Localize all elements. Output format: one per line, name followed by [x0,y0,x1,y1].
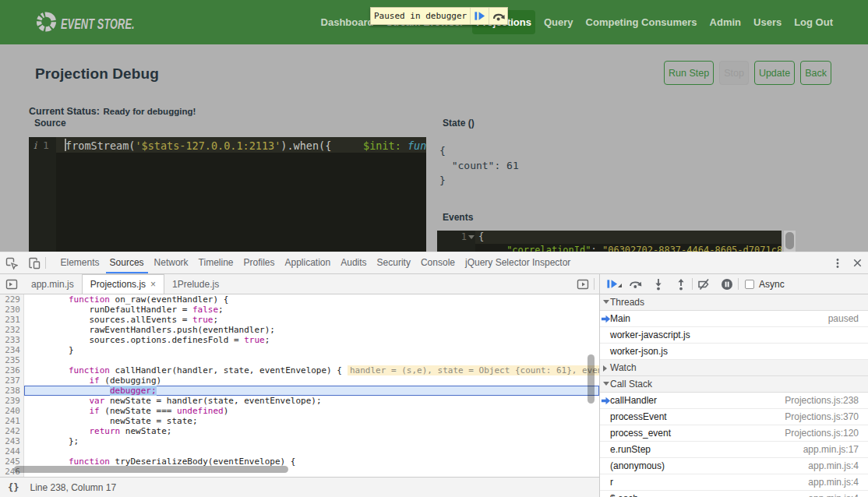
status-label: Current Status: [29,106,100,117]
gutter-line-number[interactable]: 229 [0,294,23,305]
source-code-editor[interactable]: i 1 fromStream('$stats-127.0.0.1:2113').… [29,137,426,252]
gutter-line-number[interactable]: 232 [0,325,23,335]
section-header-threads[interactable]: Threads [600,294,868,311]
events-editor-wrap: 1{ "correlationId": "06302702-8837-4464-… [437,231,796,252]
sidebar-sections: ThreadsMainpausedworker-javascript.jswor… [600,294,868,497]
close-devtools-icon[interactable] [852,257,863,269]
gutter-line-number[interactable]: 230 [0,305,23,315]
code-line: } [24,345,599,355]
step-into-button[interactable] [647,278,669,291]
sidebar-row-process-event[interactable]: process_eventProjections.js:120 [600,425,868,442]
devtools-tab-sources[interactable]: Sources [106,252,148,273]
nav-item-admin[interactable]: Admin [704,10,747,34]
file-tab-1prelude.js[interactable]: 1Prelude.js [164,274,227,294]
events-editor[interactable]: 1{ "correlationId": "06302702-8837-4464-… [437,231,782,252]
devtools-tab-audits[interactable]: Audits [337,252,370,273]
devtools-tab-timeline[interactable]: Timeline [195,252,238,273]
gutter-line-number[interactable]: 242 [0,426,23,436]
sidebar-row--anonymous-[interactable]: (anonymous)app.min.js:4 [600,458,868,474]
gutter-line-number[interactable]: 234 [0,345,23,355]
gutter-line-number[interactable]: 236 [0,365,23,375]
code-line: rawEventHandlers.push(eventHandler); [24,325,599,335]
devtools-status-bar: {} Line 238, Column 17 [0,477,599,497]
row-label: Main [610,313,630,324]
devtools-code-editor[interactable]: 2292302312322332342352362372382392402412… [0,294,599,477]
back-button[interactable]: Back [800,61,831,85]
inspect-element-button[interactable] [0,252,23,273]
horizontal-scrollbar-thumb[interactable] [14,466,288,473]
device-toolbar-icon [28,257,41,270]
sidebar-row--each[interactable]: $.eachapp.min.js:4 [600,491,868,497]
section-header-call-stack[interactable]: Call Stack [600,376,868,393]
nav-item-users[interactable]: Users [747,10,788,34]
nav-item-log-out[interactable]: Log Out [788,10,839,34]
vertical-scrollbar-thumb[interactable] [587,354,595,404]
gutter-line-number[interactable]: 240 [0,406,23,416]
devtools-tab-application[interactable]: Application [281,252,335,273]
toggle-debugger-sidebar-button[interactable] [572,274,594,294]
gutter-line-number[interactable]: 244 [0,446,23,456]
update-button[interactable]: Update [754,61,795,85]
gutter-line-number[interactable]: 241 [0,416,23,426]
step-out-button[interactable] [669,278,692,291]
async-checkbox[interactable] [745,280,754,289]
sidebar-row-worker-json-js[interactable]: worker-json.js [600,344,868,360]
stop-button[interactable]: Stop [719,61,749,85]
pause-on-exceptions-icon [721,278,733,291]
close-tab-icon[interactable]: × [150,279,156,290]
events-scrollbar-thumb[interactable] [785,232,794,249]
code-line: var newState = handler(state, eventEnvel… [24,396,599,406]
more-options-icon[interactable] [831,257,844,270]
file-tab-label: Projections.js [90,279,146,290]
toolbar-separator [45,257,46,269]
events-scrollbar-track[interactable] [784,231,796,252]
devtools-tab-profiles[interactable]: Profiles [239,252,278,273]
gutter-line-number[interactable]: 238 [0,386,23,396]
sidebar-row-worker-javascript-js[interactable]: worker-javascript.js [600,327,868,344]
devtools-tab-security[interactable]: Security [373,252,415,273]
devtools-tab-console[interactable]: Console [417,252,459,273]
fold-arrow-icon[interactable] [468,235,475,239]
devtools-tab-network[interactable]: Network [150,252,192,273]
file-tab-projections.js[interactable]: Projections.js× [82,274,164,294]
code-line [24,446,599,456]
pause-on-exceptions-button[interactable] [715,278,738,291]
run-step-button[interactable]: Run Step [664,61,714,85]
devtools-tab-elements[interactable]: Elements [57,252,104,273]
row-location: app.min.js:4 [808,460,859,471]
events-code-line: { [478,231,484,242]
step-over-button[interactable] [624,278,647,291]
nav-item-competing-consumers[interactable]: Competing Consumers [580,10,704,34]
devtools-tab-jquery-selector-inspector[interactable]: jQuery Selector Inspector [461,252,574,273]
sidebar-row-main[interactable]: Mainpaused [600,311,868,327]
deactivate-breakpoints-button[interactable] [693,278,715,291]
devtools-code: function on_raw(eventHandler) { runDefau… [24,294,599,477]
gutter-line-number[interactable]: 235 [0,355,23,365]
show-navigator-button[interactable] [0,274,23,294]
row-label: $.each [610,493,638,497]
sidebar-row-e-runstep[interactable]: e.runStepapp.min.js:17 [600,442,868,458]
events-code-line: "correlationId": "06302702-8837-4464-860… [478,245,782,252]
devtools-gutter[interactable]: 2292302312322332342352362372382392402412… [0,294,24,477]
debugger-sidebar: Async ThreadsMainpausedworker-javascript… [599,274,868,497]
banner-resume-button[interactable] [470,8,489,24]
file-strip-filler [227,274,572,294]
code-line: if (debugging) [24,375,599,386]
device-toolbar-button[interactable] [23,252,45,273]
step-over-icon [629,278,642,291]
gutter-line-number[interactable]: 243 [0,436,23,446]
sidebar-row-callhandler[interactable]: callHandlerProjections.js:238 [600,393,868,409]
gutter-line-number[interactable]: 231 [0,315,23,325]
gutter-line-number[interactable]: 239 [0,396,23,406]
file-tab-app.min.js[interactable]: app.min.js [23,274,82,294]
section-header-watch[interactable]: Watch [600,360,868,376]
resume-script-button[interactable] [600,278,624,290]
sidebar-row-processevent[interactable]: processEventProjections.js:370 [600,409,868,425]
pretty-print-button[interactable]: {} [8,482,19,493]
sidebar-row-r[interactable]: rapp.min.js:4 [600,474,868,491]
nav-item-query[interactable]: Query [538,10,580,34]
gutter-line-number[interactable]: 233 [0,335,23,345]
banner-step-over-button[interactable] [489,8,507,24]
line-number: 1 [43,139,49,151]
gutter-line-number[interactable]: 237 [0,375,23,386]
